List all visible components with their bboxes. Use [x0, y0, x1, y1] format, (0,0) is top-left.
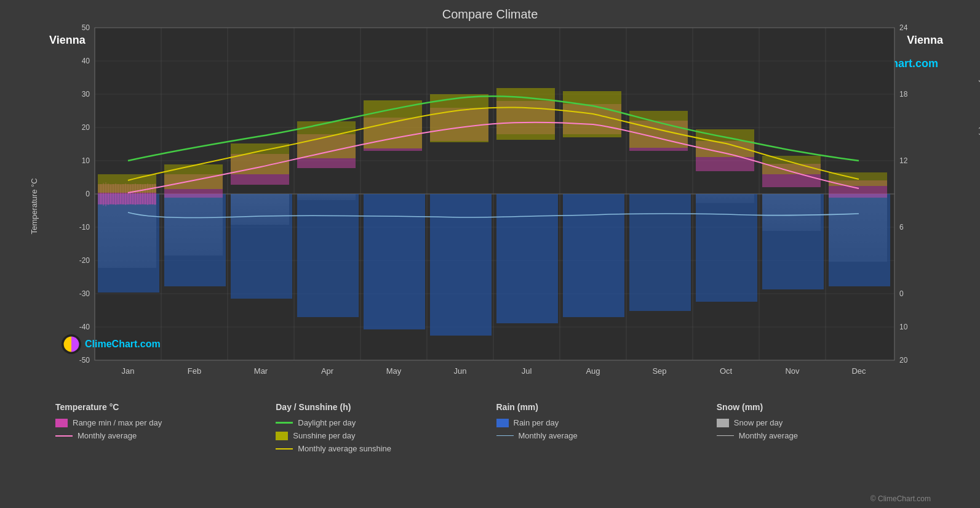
- legend-snow-avg-label: Monthly average: [739, 431, 798, 440]
- y-axis-left-label: Temperature °C: [30, 178, 39, 234]
- legend-temp-range-swatch: [55, 419, 68, 427]
- month-sep: Sep: [652, 366, 666, 376]
- svg-rect-28: [496, 194, 558, 323]
- legend-sunshine: Day / Sunshine (h) Daylight per day Suns…: [269, 397, 490, 458]
- y-label-0: 0: [86, 190, 90, 198]
- month-feb: Feb: [188, 366, 201, 376]
- svg-rect-69: [98, 174, 156, 193]
- chart-container: Temperature °C Day / Sunshine (h) Rain /…: [49, 22, 940, 391]
- legend-snow-swatch: [717, 419, 729, 427]
- y-label-50: 50: [82, 23, 90, 32]
- legend-sunshine-per-day-label: Sunshine per day: [293, 431, 355, 440]
- logo-bottom-left: ClimeChart.com: [62, 334, 161, 354]
- y-right-10: 10: [899, 323, 908, 331]
- legend-sunshine-avg: Monthly average sunshine: [276, 444, 484, 453]
- svg-rect-29: [563, 194, 624, 317]
- y-right-24: 24: [899, 23, 908, 32]
- svg-rect-33: [829, 194, 890, 286]
- legend-rain-per-day: Rain per day: [496, 418, 704, 427]
- legend-temp-avg-line: [55, 435, 73, 437]
- month-jan: Jan: [122, 366, 135, 376]
- legend-snow-title: Snow (mm): [717, 402, 925, 412]
- y-right-6: 6: [899, 223, 904, 232]
- legend-temp-avg-label: Monthly average: [78, 431, 137, 440]
- logo-text-bottom: ClimeChart.com: [85, 339, 161, 350]
- legend-sunshine-avg-line: [276, 448, 293, 450]
- chart-svg: 50 40 30 20 10 0 -10 -20 -30 -40 -50 24 …: [49, 22, 940, 391]
- svg-rect-32: [762, 194, 824, 289]
- y-label-n20: -20: [79, 256, 90, 265]
- y-right-0: 0: [899, 289, 904, 298]
- legend-sunshine-avg-label: Monthly average sunshine: [298, 444, 391, 453]
- month-mar: Mar: [254, 366, 268, 376]
- legend-sunshine-per-day: Sunshine per day: [276, 431, 484, 440]
- month-dec: Dec: [851, 366, 866, 376]
- svg-rect-26: [364, 194, 425, 329]
- svg-rect-25: [297, 194, 359, 317]
- legend-temp-range: Range min / max per day: [55, 418, 263, 427]
- y-label-n40: -40: [79, 323, 90, 331]
- y-right-18: 18: [899, 90, 908, 99]
- legend-sunshine-title: Day / Sunshine (h): [276, 402, 484, 412]
- legend-area: Temperature °C Range min / max per day M…: [49, 397, 931, 458]
- y-right-20-bottom: 20: [899, 356, 908, 365]
- legend-snow-per-day-label: Snow per day: [734, 418, 783, 427]
- y-label-n10: -10: [79, 223, 90, 232]
- legend-snow: Snow (mm) Snow per day Monthly average: [711, 397, 931, 458]
- svg-rect-71: [231, 143, 289, 174]
- svg-rect-23: [164, 194, 226, 286]
- y-label-20: 20: [82, 123, 90, 132]
- legend-rain-per-day-label: Rain per day: [514, 418, 559, 427]
- svg-rect-73: [364, 100, 422, 148]
- y-label-30: 30: [82, 90, 90, 99]
- svg-rect-24: [231, 194, 292, 299]
- legend-daylight: Daylight per day: [276, 418, 484, 427]
- chart-title: Compare Climate: [0, 0, 980, 22]
- month-nov: Nov: [785, 366, 800, 376]
- legend-daylight-line: [276, 422, 293, 424]
- legend-rain-avg-label: Monthly average: [519, 431, 578, 440]
- legend-rain-title: Rain (mm): [496, 402, 704, 412]
- svg-rect-22: [98, 194, 159, 292]
- y-label-n50: -50: [79, 356, 90, 365]
- legend-rain: Rain (mm) Rain per day Monthly average: [490, 397, 711, 458]
- legend-sunshine-swatch: [276, 432, 288, 440]
- month-jul: Jul: [522, 366, 532, 376]
- legend-snow-avg: Monthly average: [717, 431, 925, 440]
- legend-snow-per-day: Snow per day: [717, 418, 925, 427]
- legend-temp-title: Temperature °C: [55, 402, 263, 412]
- legend-snow-avg-line: [717, 435, 734, 437]
- logo-icon-bottom: [62, 334, 81, 354]
- month-may: May: [386, 366, 402, 376]
- month-aug: Aug: [586, 366, 600, 376]
- legend-rain-avg-line: [496, 435, 514, 437]
- svg-rect-30: [629, 194, 691, 311]
- svg-rect-27: [430, 194, 492, 336]
- y-label-10: 10: [82, 156, 90, 165]
- month-jun: Jun: [454, 366, 467, 376]
- legend-daylight-label: Daylight per day: [298, 418, 356, 427]
- svg-rect-31: [696, 194, 757, 302]
- main-container: Compare Climate Vienna Vienna ClimeChart…: [0, 0, 980, 508]
- y-right-12: 12: [899, 156, 908, 165]
- legend-temp-range-label: Range min / max per day: [73, 418, 162, 427]
- month-oct: Oct: [720, 366, 733, 376]
- legend-temp-avg: Monthly average: [55, 431, 263, 440]
- legend-rain-swatch: [496, 419, 509, 427]
- legend-temperature: Temperature °C Range min / max per day M…: [49, 397, 269, 458]
- y-label-40: 40: [82, 57, 90, 65]
- legend-rain-avg: Monthly average: [496, 431, 704, 440]
- copyright: © ClimeChart.com: [870, 494, 931, 503]
- y-label-n30: -30: [79, 289, 90, 298]
- month-apr: Apr: [321, 366, 334, 376]
